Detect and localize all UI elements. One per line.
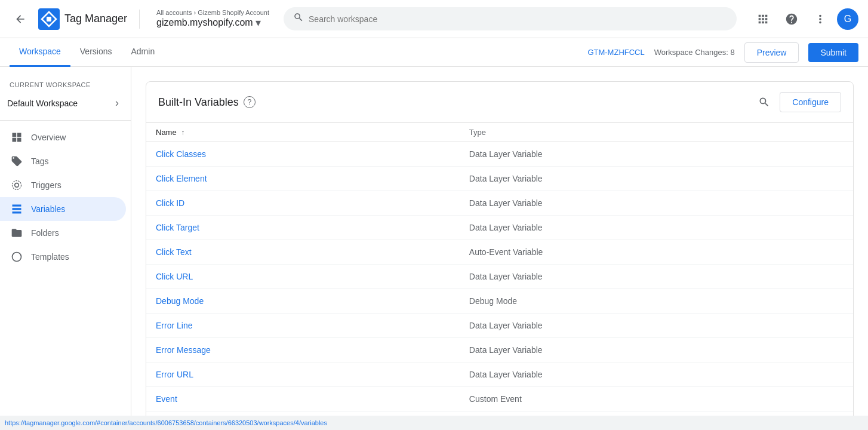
account-info: All accounts › Gizemb Shopify Account gi…	[156, 9, 269, 29]
nav-tabs: Workspace Versions Admin GTM-MZHFCCL Wor…	[0, 38, 868, 67]
var-name-cell: Click Classes	[146, 142, 460, 167]
col-type: Type	[460, 123, 853, 142]
var-name-cell: Debug Mode	[146, 289, 460, 314]
table-row: Error Message Data Layer Variable	[146, 338, 853, 363]
back-button[interactable]	[10, 8, 31, 30]
table-row: Click Target Data Layer Variable	[146, 216, 853, 240]
sort-icon: ↑	[181, 128, 184, 137]
preview-button[interactable]: Preview	[744, 42, 799, 63]
var-type-cell: Data Layer Variable	[460, 191, 853, 216]
sidebar-item-overview[interactable]: Overview	[0, 125, 126, 149]
svg-point-2	[15, 183, 19, 188]
sidebar: CURRENT WORKSPACE Default Workspace › Ov…	[0, 67, 131, 430]
var-name-cell: Click URL	[146, 265, 460, 289]
table-row: Error Line Data Layer Variable	[146, 314, 853, 338]
account-selector[interactable]: gizemb.myshopify.com ▾	[156, 16, 269, 29]
help-icon[interactable]: ?	[244, 96, 256, 108]
app-title: Tag Manager	[64, 13, 127, 25]
breadcrumb: All accounts › Gizemb Shopify Account	[156, 9, 269, 16]
var-name-link[interactable]: Event	[156, 394, 177, 404]
more-options-button[interactable]	[808, 7, 832, 31]
configure-button[interactable]: Configure	[780, 92, 841, 112]
templates-icon	[10, 251, 24, 263]
var-name-cell: Event	[146, 387, 460, 411]
var-type-cell: Custom Event	[460, 387, 853, 411]
sidebar-item-label-tags: Tags	[31, 156, 49, 166]
table-row: Debug Mode Debug Mode	[146, 289, 853, 314]
svg-rect-1	[47, 17, 51, 22]
sidebar-item-folders[interactable]: Folders	[0, 221, 126, 245]
search-icon	[293, 12, 304, 26]
nav-right: GTM-MZHFCCL Workspace Changes: 8 Preview…	[587, 42, 858, 63]
sidebar-item-label-overview: Overview	[31, 133, 66, 142]
submit-button[interactable]: Submit	[808, 43, 858, 62]
help-button[interactable]	[780, 7, 804, 31]
var-name-link[interactable]: Debug Mode	[156, 296, 204, 306]
table-search-button[interactable]	[753, 91, 775, 113]
var-type-cell: Data Layer Variable	[460, 167, 853, 191]
workspace-selector[interactable]: Default Workspace ›	[0, 91, 126, 115]
var-name-link[interactable]: Error Message	[156, 345, 211, 355]
sidebar-item-label-templates: Templates	[31, 252, 69, 262]
variables-table: Name ↑ Type Click Classes Data Layer Var…	[146, 123, 853, 430]
content-area: Built-In Variables ? Configure Name ↑	[131, 67, 868, 430]
var-type-cell: Data Layer Variable	[460, 216, 853, 240]
section-header: Built-In Variables ?	[158, 96, 753, 109]
apps-button[interactable]	[751, 7, 775, 31]
section-actions: Configure	[753, 91, 841, 113]
search-input[interactable]	[309, 14, 727, 24]
card-header: Built-In Variables ? Configure	[146, 82, 853, 123]
table-row: Click Element Data Layer Variable	[146, 167, 853, 191]
app-logo	[38, 8, 60, 30]
svg-point-3	[13, 181, 21, 190]
topbar-right: G	[751, 7, 858, 31]
sidebar-item-label-triggers: Triggers	[31, 180, 61, 190]
var-type-cell: Auto-Event Variable	[460, 240, 853, 265]
var-type-cell: Data Layer Variable	[460, 314, 853, 338]
tab-admin[interactable]: Admin	[121, 38, 164, 67]
var-name-cell: Click ID	[146, 191, 460, 216]
table-header-row: Name ↑ Type	[146, 123, 853, 142]
overview-icon	[10, 131, 24, 143]
var-name-link[interactable]: Error Line	[156, 321, 192, 330]
workspace-id: GTM-MZHFCCL	[587, 48, 644, 57]
var-name-cell: Error URL	[146, 363, 460, 387]
var-type-cell: Data Layer Variable	[460, 363, 853, 387]
sidebar-item-tags[interactable]: Tags	[0, 149, 126, 173]
sidebar-item-templates[interactable]: Templates	[0, 245, 126, 269]
user-avatar[interactable]: G	[837, 8, 858, 30]
svg-point-4	[13, 253, 21, 262]
sidebar-item-variables[interactable]: Variables	[0, 197, 126, 221]
var-name-cell: Click Target	[146, 216, 460, 240]
workspace-changes: Workspace Changes: 8	[654, 48, 735, 57]
workspace-name: Default Workspace	[7, 99, 115, 108]
var-name-link[interactable]: Click Classes	[156, 149, 206, 159]
table-row: Error URL Data Layer Variable	[146, 363, 853, 387]
col-name[interactable]: Name ↑	[146, 123, 460, 142]
var-name-cell: Click Element	[146, 167, 460, 191]
folders-icon	[10, 227, 24, 239]
table-row: Click Text Auto-Event Variable	[146, 240, 853, 265]
var-name-link[interactable]: Click Element	[156, 174, 207, 183]
var-type-cell: Debug Mode	[460, 289, 853, 314]
search-bar[interactable]	[284, 7, 737, 30]
account-name: gizemb.myshopify.com	[156, 17, 253, 28]
sidebar-divider	[0, 120, 131, 121]
status-url: https://tagmanager.google.com/#container…	[5, 419, 327, 426]
sidebar-item-triggers[interactable]: Triggers	[0, 173, 126, 197]
var-name-link[interactable]: Click Target	[156, 223, 199, 232]
sidebar-item-label-variables: Variables	[31, 204, 65, 214]
var-name-link[interactable]: Error URL	[156, 370, 193, 379]
var-name-link[interactable]: Click URL	[156, 272, 193, 281]
statusbar: https://tagmanager.google.com/#container…	[0, 416, 868, 430]
tab-versions[interactable]: Versions	[70, 38, 122, 67]
variables-icon	[10, 203, 24, 215]
sidebar-item-label-folders: Folders	[31, 228, 59, 238]
main-layout: CURRENT WORKSPACE Default Workspace › Ov…	[0, 67, 868, 430]
table-row: Click URL Data Layer Variable	[146, 265, 853, 289]
tab-workspace[interactable]: Workspace	[10, 38, 70, 67]
topbar: Tag Manager All accounts › Gizemb Shopif…	[0, 0, 868, 38]
var-name-link[interactable]: Click Text	[156, 247, 192, 257]
var-name-link[interactable]: Click ID	[156, 198, 184, 208]
tags-icon	[10, 155, 24, 167]
